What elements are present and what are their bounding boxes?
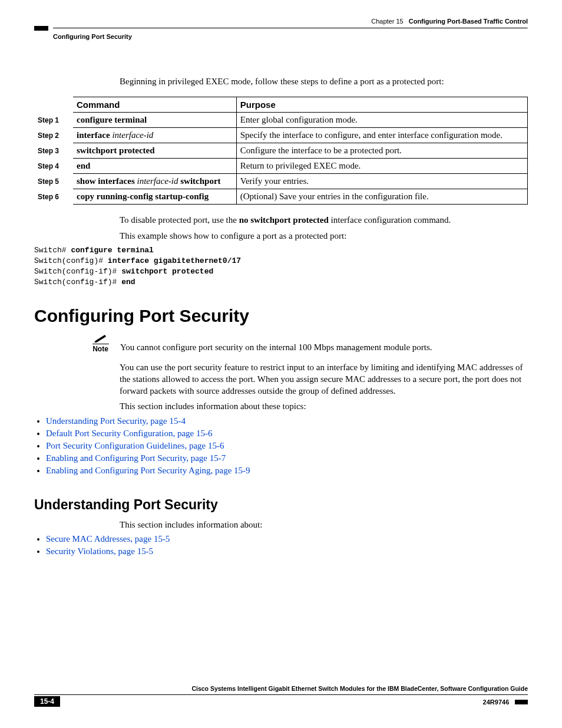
purpose-cell: (Optional) Save your entries in the conf… (236, 189, 527, 205)
example-intro: This example shows how to configure a po… (120, 230, 528, 242)
table-row: Step 1configure terminalEnter global con… (34, 113, 528, 128)
command-table: Command Purpose Step 1configure terminal… (34, 97, 528, 205)
purpose-cell: Return to privileged EXEC mode. (236, 159, 527, 174)
table-row: Step 2interface interface-idSpecify the … (34, 128, 528, 143)
purpose-cell: Configure the interface to be a protecte… (236, 143, 527, 159)
step-label: Step 2 (34, 128, 73, 143)
note-text: You cannot configure port security on th… (117, 334, 528, 353)
purpose-cell: Verify your entries. (236, 174, 527, 189)
doc-id: 24R9746 (483, 699, 510, 706)
section1-p1: You can use the port security feature to… (120, 361, 528, 397)
disable-paragraph: To disable protected port, use the no sw… (120, 214, 528, 226)
command-cell: end (73, 159, 236, 174)
section2-p1: This section includes information about: (120, 519, 528, 531)
purpose-cell: Specify the interface to configure, and … (236, 128, 527, 143)
section-heading-2: Understanding Port Security (34, 497, 528, 513)
command-cell: configure terminal (73, 113, 236, 128)
header-section: Configuring Port Security (53, 33, 528, 40)
footer-title: Cisco Systems Intelligent Gigabit Ethern… (34, 685, 528, 692)
page-number-badge: 15-4 (34, 696, 60, 707)
page-footer: Cisco Systems Intelligent Gigabit Ethern… (34, 685, 528, 707)
list-item: Port Security Configuration Guidelines, … (46, 441, 528, 451)
code-example: Switch# configure terminal Switch(config… (34, 245, 528, 288)
header-bar-icon (34, 26, 48, 31)
cross-reference-link[interactable]: Secure MAC Addresses, page 15-5 (46, 534, 170, 543)
step-label: Step 3 (34, 143, 73, 159)
table-row: Step 6copy running-config startup-config… (34, 189, 528, 205)
running-header: Chapter 15 Configuring Port-Based Traffi… (34, 18, 528, 25)
list-item: Understanding Port Security, page 15-4 (46, 416, 528, 426)
chapter-prefix: Chapter 15 (371, 18, 403, 25)
list-item: Enabling and Configuring Port Security, … (46, 453, 528, 463)
list-item: Enabling and Configuring Port Security A… (46, 466, 528, 476)
note-block: Note You cannot configure port security … (84, 334, 528, 353)
header-rule (34, 26, 528, 31)
svg-marker-0 (94, 335, 106, 342)
note-icon-column: Note (84, 334, 117, 353)
section1-p2: This section includes information about … (120, 400, 528, 412)
pencil-icon (93, 334, 108, 344)
command-cell: copy running-config startup-config (73, 189, 236, 205)
cross-reference-link[interactable]: Enabling and Configuring Port Security, … (46, 453, 226, 463)
note-label: Note (84, 345, 117, 353)
cross-reference-link[interactable]: Enabling and Configuring Port Security A… (46, 466, 250, 475)
chapter-title: Configuring Port-Based Traffic Control (409, 18, 528, 25)
cross-reference-link[interactable]: Port Security Configuration Guidelines, … (46, 441, 224, 450)
list-item: Security Violations, page 15-5 (46, 546, 528, 556)
intro-paragraph: Beginning in privileged EXEC mode, follo… (120, 75, 528, 87)
footer-bar-icon (515, 700, 528, 704)
purpose-cell: Enter global configuration mode. (236, 113, 527, 128)
list-item: Default Port Security Configuration, pag… (46, 429, 528, 439)
command-cell: switchport protected (73, 143, 236, 159)
table-row: Step 3switchport protectedConfigure the … (34, 143, 528, 159)
table-row: Step 4endReturn to privileged EXEC mode. (34, 159, 528, 174)
step-label: Step 5 (34, 174, 73, 189)
table-header-purpose: Purpose (236, 97, 527, 113)
step-label: Step 4 (34, 159, 73, 174)
cross-reference-link[interactable]: Default Port Security Configuration, pag… (46, 429, 212, 438)
table-header-command: Command (73, 97, 236, 113)
table-row: Step 5show interfaces interface-id switc… (34, 174, 528, 189)
section2-links: Secure MAC Addresses, page 15-5Security … (34, 534, 528, 556)
cross-reference-link[interactable]: Security Violations, page 15-5 (46, 546, 153, 556)
step-label: Step 6 (34, 189, 73, 205)
section1-links: Understanding Port Security, page 15-4De… (34, 416, 528, 476)
section-heading-1: Configuring Port Security (34, 306, 528, 326)
cross-reference-link[interactable]: Understanding Port Security, page 15-4 (46, 416, 186, 426)
command-cell: interface interface-id (73, 128, 236, 143)
command-cell: show interfaces interface-id switchport (73, 174, 236, 189)
list-item: Secure MAC Addresses, page 15-5 (46, 534, 528, 544)
step-label: Step 1 (34, 113, 73, 128)
